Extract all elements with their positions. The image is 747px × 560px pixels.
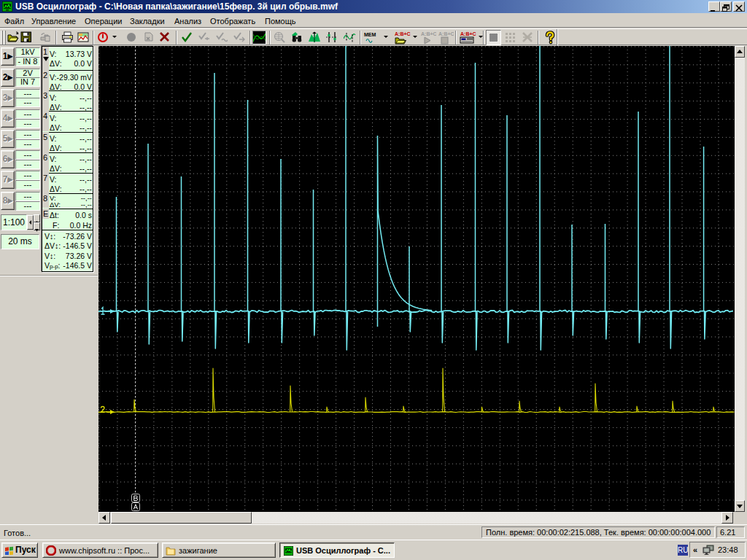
svg-text:A:B+C: A:B+C bbox=[460, 31, 476, 36]
svg-text:A:B+C: A:B+C bbox=[395, 31, 411, 36]
svg-text:A:B+C: A:B+C bbox=[421, 31, 436, 36]
svg-text:A:B+C: A:B+C bbox=[438, 31, 454, 36]
svg-text:MEM: MEM bbox=[364, 32, 376, 37]
